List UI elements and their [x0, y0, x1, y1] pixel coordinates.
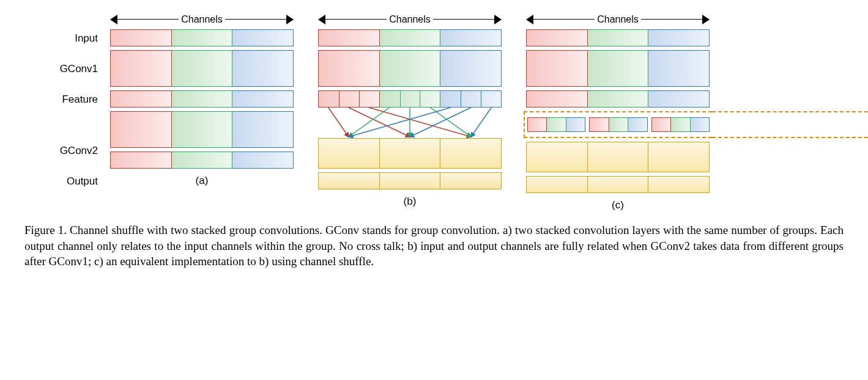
a-gconv2 [110, 111, 294, 148]
panel-c: Channels [526, 12, 710, 211]
a-output [110, 152, 294, 169]
row-label-feature: Feature [62, 90, 98, 109]
b-output [318, 172, 502, 189]
figure-body: Input GConv1 Feature GConv2 Output Chann… [24, 12, 844, 211]
a-input [110, 29, 294, 46]
channels-label: Channels [595, 14, 641, 25]
channels-extent-arrow: Channels [110, 12, 294, 27]
b-input [318, 29, 502, 46]
row-label-gconv2: GConv2 [60, 142, 98, 160]
svg-line-3 [349, 108, 390, 137]
c-output [526, 176, 710, 193]
channels-label: Channels [179, 14, 225, 25]
row-labels: Input GConv1 Feature GConv2 Output [24, 12, 98, 191]
channel-shuffle-box: ChannelShuffle [526, 111, 710, 138]
c-feature [526, 90, 710, 108]
sublabel-b: (b) [318, 195, 502, 208]
channels-extent-arrow: Channels [526, 12, 710, 27]
svg-line-0 [328, 108, 349, 137]
c-gconv1 [526, 50, 710, 87]
channels-label: Channels [387, 14, 433, 25]
panels: Channels (a) C [110, 12, 710, 211]
b-gconv1 [318, 50, 502, 87]
svg-line-8 [471, 108, 491, 137]
panel-b: Channels [318, 12, 502, 208]
row-label-gconv1: GConv1 [60, 60, 98, 78]
panel-a: Channels (a) [110, 12, 294, 187]
b-gconv2 [318, 138, 502, 169]
c-input [526, 29, 710, 46]
b-feature [318, 90, 502, 108]
c-gconv2 [526, 142, 710, 172]
shuffle-arrows [318, 108, 502, 138]
sublabel-a: (a) [110, 175, 294, 187]
a-feature [110, 90, 294, 108]
a-gconv1 [110, 50, 294, 87]
row-label-output: Output [67, 172, 98, 191]
channels-extent-arrow: Channels [318, 12, 502, 27]
figure-caption: Figure 1. Channel shuffle with two stack… [24, 222, 844, 269]
sublabel-c: (c) [526, 199, 710, 211]
row-label-input: Input [75, 29, 98, 48]
figure-1: Input GConv1 Feature GConv2 Output Chann… [24, 12, 844, 269]
